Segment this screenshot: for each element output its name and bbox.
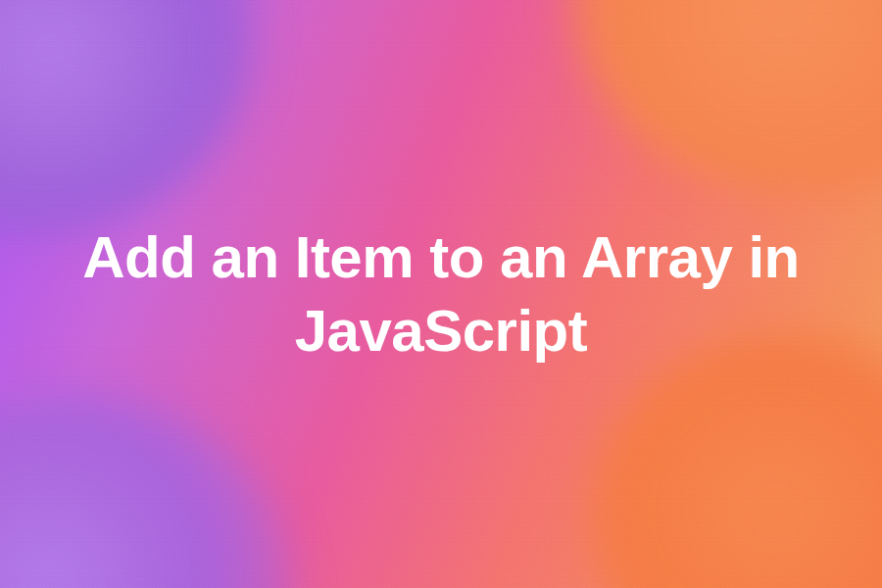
title-container: Add an Item to an Array in JavaScript: [0, 0, 882, 588]
main-title: Add an Item to an Array in JavaScript: [59, 220, 823, 368]
